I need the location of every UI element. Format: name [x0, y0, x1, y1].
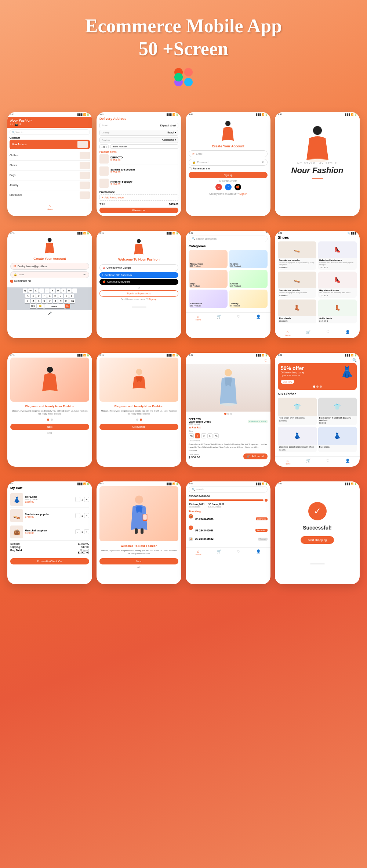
qty-plus-2[interactable]: +	[84, 513, 89, 518]
password-filled[interactable]: 🔒 •••••• 👁	[10, 271, 89, 278]
key-j[interactable]: J	[58, 294, 63, 298]
key-e[interactable]: E	[34, 288, 39, 293]
track-search[interactable]: 🔍 search	[189, 486, 268, 493]
key-y[interactable]: Y	[50, 288, 55, 293]
nav-fav-8[interactable]: ♡	[326, 330, 330, 336]
cat-clothes[interactable]: Clothes	[10, 151, 90, 161]
nav-home-15[interactable]: ⌂Home	[195, 549, 201, 556]
cat-jewelry[interactable]: Jewelry	[10, 180, 90, 190]
shoe-card-6[interactable]: 👢 Ankle boots 810.00 $	[318, 300, 357, 323]
get-started-btn[interactable]: Get Started	[99, 424, 178, 430]
nav-fav-15[interactable]: ♡	[237, 549, 240, 556]
facebook-btn[interactable]: f Continue with Facebook	[99, 272, 178, 278]
nav-cart-15[interactable]: 🛒	[217, 549, 221, 556]
cat-new-arrivals[interactable]: New Arrivals 208 Product	[189, 250, 228, 268]
key-delete[interactable]: ⌫	[69, 299, 75, 303]
key-a[interactable]: A	[25, 294, 30, 298]
key-v[interactable]: V	[47, 299, 52, 303]
apple-login-btn[interactable]: 🍎	[235, 184, 241, 190]
clothes-card-2[interactable]: 👕 Black cotton T-shirt with beautiful gr…	[318, 398, 357, 425]
key-f[interactable]: F	[42, 294, 47, 298]
fb-login-btn[interactable]: f	[225, 184, 232, 190]
skip-link-3[interactable]: skip	[99, 566, 178, 568]
password-signin-btn[interactable]: Sign in with password	[99, 290, 178, 297]
cat-electronics[interactable]: Electronics	[10, 190, 90, 200]
key-w[interactable]: W	[28, 288, 33, 293]
size-s[interactable]: S	[195, 433, 200, 438]
clothes-card-1[interactable]: 👕 Red check shirt with jeans 199.00$	[278, 398, 317, 425]
cat-shoes[interactable]: Shoes	[10, 161, 90, 171]
qty-minus-2[interactable]: -	[75, 513, 80, 518]
search-icon-offer[interactable]: 🔍	[352, 358, 357, 362]
remember-checkbox[interactable]	[189, 167, 192, 170]
nav-home-7[interactable]: ⌂Home	[195, 315, 201, 321]
nav-profile-15[interactable]: 👤	[256, 549, 261, 556]
email-filled[interactable]: ✉ Dmitry.dvorow@gmail.com	[10, 263, 89, 270]
qty-plus-1[interactable]: +	[84, 497, 89, 502]
key-t[interactable]: T	[45, 288, 50, 293]
size-xl[interactable]: XL	[214, 433, 219, 438]
nav-home-8[interactable]: ⌂Home	[284, 330, 290, 336]
key-n[interactable]: N	[58, 299, 63, 303]
heart-icon-detail[interactable]: ♡	[264, 359, 268, 363]
key-b[interactable]: B	[53, 299, 58, 303]
add-to-cart-btn[interactable]: 🛒 Add to cart	[243, 453, 268, 459]
shoe-card-1[interactable]: 👡 Sandals are popular Sandals are popula…	[278, 241, 316, 270]
key-k[interactable]: K	[64, 294, 69, 298]
size-l[interactable]: L	[207, 433, 212, 438]
key-r[interactable]: R	[39, 288, 44, 293]
skip-link-1[interactable]: skip	[10, 431, 89, 434]
key-h[interactable]: H	[53, 294, 58, 298]
cat-bags-card[interactable]: Bags 90 Product	[189, 270, 228, 288]
key-o[interactable]: O	[67, 288, 72, 293]
key-g[interactable]: G	[47, 294, 52, 298]
street-field[interactable]: Street 35 pearl street	[99, 123, 178, 128]
key-s[interactable]: S	[31, 294, 36, 298]
email-field[interactable]: ✉ Email	[189, 150, 268, 157]
country-code[interactable]: +20 ▾	[99, 144, 109, 149]
size-m[interactable]: M	[201, 433, 206, 438]
password-field[interactable]: 🔒 Password 👁	[189, 159, 268, 166]
key-x[interactable]: X	[36, 299, 41, 303]
nav-home[interactable]: ⌂ Home	[47, 204, 52, 210]
nav-fav-7[interactable]: ♡	[237, 315, 240, 321]
shoe-card-5[interactable]: 👢 Black heels 790.00 $	[278, 300, 316, 323]
qty-plus-3[interactable]: +	[84, 529, 89, 534]
cat-bags[interactable]: Bags	[10, 171, 90, 180]
categories-search[interactable]: 🔍 search categories	[189, 236, 268, 242]
live-now-btn[interactable]: Live Now	[281, 380, 294, 384]
nav-home-12[interactable]: ⌂Home	[284, 459, 290, 465]
home-search[interactable]: 🔍 Search...	[10, 129, 90, 135]
key-shift[interactable]: ⇧	[25, 299, 30, 303]
apple-btn[interactable]: 🍎 Continue with Apple	[99, 279, 178, 285]
key-emoji[interactable]: 😊	[37, 304, 44, 308]
country-field[interactable]: Country Egypt ▾	[99, 130, 178, 136]
key-space[interactable]: space	[44, 304, 65, 308]
nav-profile-8[interactable]: 👤	[345, 330, 350, 336]
key-p[interactable]: P	[72, 288, 77, 293]
nav-cart-7[interactable]: 🛒	[217, 315, 221, 321]
key-m[interactable]: M	[64, 299, 69, 303]
key-l[interactable]: L	[69, 294, 74, 298]
next-btn-1[interactable]: Next	[10, 424, 89, 430]
key-go[interactable]: Go	[65, 304, 70, 308]
qty-minus-3[interactable]: -	[75, 529, 80, 534]
shoe-card-2[interactable]: 👠 Ballerina flats feature Ballerina flat…	[318, 241, 357, 270]
google-btn[interactable]: G Continue with Google	[99, 264, 178, 271]
qty-minus-1[interactable]: -	[75, 497, 80, 502]
key-z[interactable]: Z	[31, 299, 36, 303]
start-shopping-btn[interactable]: Start shopping	[301, 536, 334, 544]
cat-shoese-card[interactable]: Shoese 230 Product	[229, 270, 268, 288]
nav-cart-12[interactable]: 🛒	[306, 459, 310, 465]
search-icon-shoes[interactable]: 🔍	[348, 232, 350, 234]
key-d[interactable]: D	[36, 294, 41, 298]
place-order-btn[interactable]: Place order	[99, 208, 178, 213]
cat-jewelry-card[interactable]: Jewelry 60 Product	[229, 290, 268, 308]
next-btn-3[interactable]: Next	[99, 558, 178, 564]
key-q[interactable]: Q	[23, 288, 28, 293]
nav-profile-12[interactable]: 👤	[345, 459, 350, 465]
shoe-card-4[interactable]: 👠 High-heeled shoes and preferred the mo…	[318, 272, 357, 298]
remember-checkbox-2[interactable]	[10, 280, 13, 283]
province-field[interactable]: Province Alexandria ▾	[99, 137, 178, 143]
clothes-card-3[interactable]: 👗 Claudette corset shirt dress in white …	[278, 427, 317, 452]
